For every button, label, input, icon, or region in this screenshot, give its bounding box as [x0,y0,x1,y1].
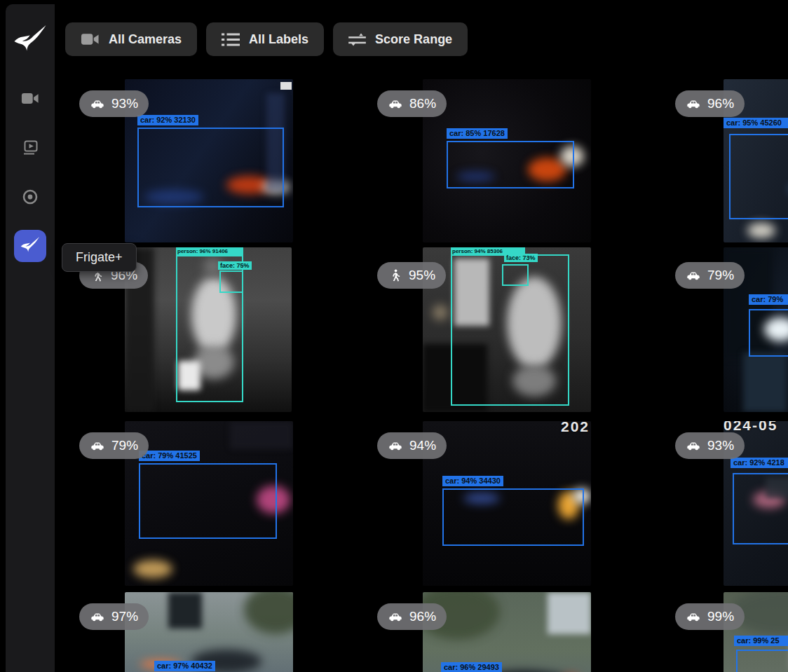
score-badge: 94% [377,432,447,459]
bbox-label: car: 96% 29493 [441,662,502,672]
car-icon [90,99,105,109]
bounding-box [447,141,574,188]
bbox-label: car: 97% 40432 [154,661,215,671]
detection-cell: person: 96% 91406 face: 75% 96% [67,247,365,416]
detection-thumbnail[interactable]: car: 92% 32130 [125,79,293,242]
bin-shape [743,352,787,412]
car-icon [686,270,701,281]
badge-score: 96% [707,96,734,111]
frigate-logo-icon [13,22,47,59]
badge-score: 79% [707,268,734,283]
house-shape [548,592,591,634]
detection-thumbnail[interactable]: car: 85% 17628 [423,79,591,242]
car-icon [388,99,403,109]
detection-thumbnail[interactable]: 202 car: 94% 34430 [423,421,591,586]
car-icon [686,612,701,622]
car-icon [90,612,105,622]
all-cameras-label: All Cameras [109,32,182,47]
frigate-app: Frigate+ All Cameras All Labels Score Ra… [0,0,788,672]
badge-score: 99% [707,609,734,624]
car-icon [686,99,701,109]
bbox-label: car: 95% 45260 [724,118,788,128]
detection-cell: car: 95% 45260 96% [663,79,788,247]
car-icon [388,612,403,622]
detection-cell: car: 92% 32130 93% [67,79,365,247]
badge-score: 94% [409,438,436,453]
car-icon [90,441,105,451]
bbox-label: person: 96% 91406 [176,247,243,255]
score-range-label: Score Range [375,32,452,47]
headlight-glow [747,223,775,238]
detection-cell: car: 79% 41525 79% [67,421,365,589]
score-badge: 93% [79,90,149,117]
score-range-button[interactable]: Score Range [333,22,468,56]
review-icon [22,139,39,156]
face-label: face: 75% [218,261,252,270]
labels-list-icon [222,32,240,47]
score-badge: 96% [675,90,745,117]
badge-score: 95% [409,268,435,283]
sidebar-item-frigate-plus[interactable] [14,230,46,262]
bbox-label: car: 94% 34430 [442,476,503,486]
timestamp-fragment: 202 [561,421,590,435]
detection-cell: 024-05 car: 92% 4218 93% [663,421,788,589]
score-badge: 95% [377,262,446,289]
detection-cell: car: 85% 17628 86% [365,79,663,247]
door-shape [168,592,202,629]
badge-score: 79% [111,438,138,453]
detection-cell: person: 94% 85306 face: 73% 95% [365,247,663,416]
lantern-glow [433,305,448,320]
badge-score: 97% [111,609,138,624]
detection-cell: car: 96% 29493 96% [365,592,663,672]
face-bounding-box [502,264,529,286]
bbox-label: car: 79% [749,294,788,305]
bounding-box [736,650,788,672]
badge-score: 86% [409,96,436,111]
detection-cell: car: 97% 40432 97% [67,592,365,672]
face-bounding-box [219,270,243,293]
detection-thumbnail[interactable]: car: 79% 41525 [125,421,293,586]
badge-score: 96% [409,609,436,624]
camera-filter-icon [81,32,100,46]
score-badge: 79% [79,432,149,459]
car-icon [686,441,701,451]
headlight-glow [133,560,172,578]
detection-thumbnail[interactable]: car: 96% 29493 [423,592,591,672]
detection-cell: car: 99% 25 99% [663,592,788,672]
car-icon [388,441,403,451]
bounding-box [442,488,584,546]
filter-toolbar: All Cameras All Labels Score Range [65,22,468,56]
bounding-box [749,309,788,357]
bounding-box [137,128,284,207]
all-labels-button[interactable]: All Labels [206,22,324,56]
record-disc-icon [22,188,39,205]
score-badge: 93% [675,432,745,459]
sliders-icon [348,33,366,46]
video-camera-icon [21,92,39,105]
score-badge: 97% [79,603,149,630]
bounding-box [139,463,277,539]
sidebar [6,4,55,672]
sidebar-item-recordings[interactable] [14,181,46,213]
score-badge: 99% [675,603,745,630]
sidebar-item-live[interactable] [14,82,46,114]
all-labels-label: All Labels [249,32,308,47]
frigate-bird-icon [20,236,40,256]
score-badge: 79% [675,262,745,289]
face-label: face: 73% [504,254,538,262]
bounding-box [729,134,788,219]
bounding-box [733,473,788,544]
timestamp-clip [280,82,292,90]
bbox-label: car: 99% 25 [734,636,788,646]
all-cameras-button[interactable]: All Cameras [65,22,197,56]
bbox-label: car: 92% 4218 [731,458,788,468]
detection-thumbnail[interactable]: person: 96% 91406 face: 75% [125,247,292,412]
building-shape [230,421,293,449]
frigate-plus-tooltip: Frigate+ [62,243,137,272]
sidebar-item-review[interactable] [14,132,46,164]
detection-cell: car: 79% 79% [663,247,788,416]
bbox-label: car: 79% 41525 [139,451,200,461]
detection-thumbnail[interactable]: car: 97% 40432 [125,592,293,672]
detection-thumbnail[interactable]: person: 94% 85306 face: 73% [423,247,591,412]
score-badge: 86% [377,90,447,117]
